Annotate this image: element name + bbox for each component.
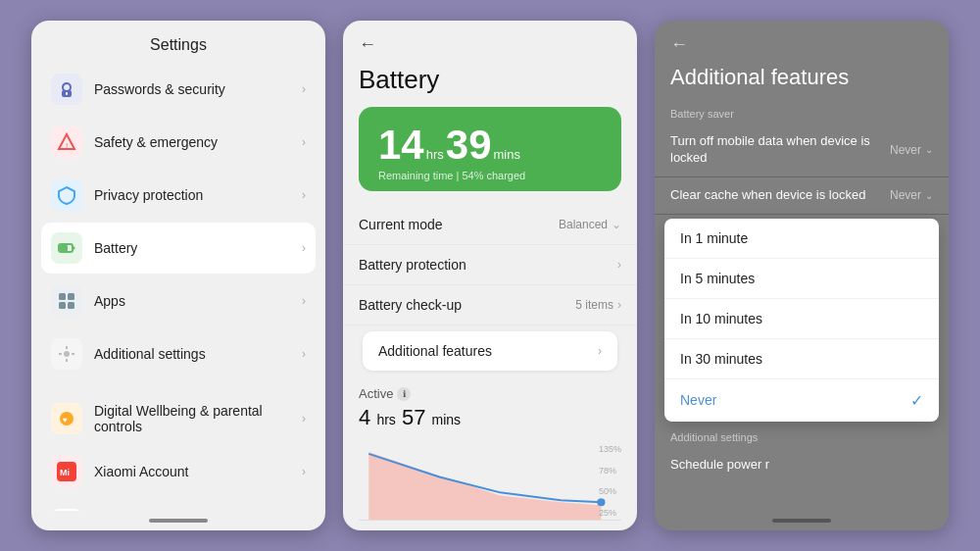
svg-point-0: [63, 83, 71, 91]
battery-panel: ← Battery 14 hrs 39 mins Remaining time …: [343, 21, 637, 530]
dropdown-option-10min[interactable]: In 10 minutes: [664, 299, 939, 339]
active-mins-unit: mins: [432, 412, 462, 427]
battery-chart: 135% 78% 50% 25%: [359, 442, 621, 521]
additional-features-item[interactable]: Additional features ›: [363, 331, 617, 371]
af-mobile-data-label: Turn off mobile data when device is lock…: [670, 133, 890, 167]
battery-current-mode[interactable]: Current mode Balanced ⌄: [343, 205, 637, 245]
active-hrs-unit: hrs: [376, 412, 395, 427]
svg-marker-19: [368, 452, 601, 520]
svg-point-12: [64, 351, 70, 357]
svg-rect-7: [73, 247, 75, 250]
google-icon: G: [51, 509, 82, 511]
xiaomi-icon: Mi: [51, 456, 82, 487]
battery-title: Battery: [343, 61, 637, 107]
af-schedule-power[interactable]: Schedule power r: [655, 447, 949, 481]
battery-checkup-item[interactable]: Battery check-up 5 items ›: [343, 285, 637, 326]
xiaomi-chevron: ›: [302, 465, 306, 478]
bottom-bar: [149, 519, 208, 523]
xiaomi-label: Xiaomi Account: [94, 464, 302, 479]
settings-item-apps[interactable]: Apps ›: [41, 276, 316, 326]
settings-list: Passwords & security › ! Safety & emerge…: [31, 64, 325, 511]
svg-rect-8: [59, 293, 66, 300]
settings-item-passwords[interactable]: Passwords & security ›: [41, 64, 316, 115]
battery-checkup-label: Battery check-up: [359, 297, 575, 313]
svg-rect-11: [68, 302, 74, 309]
settings-panel: Settings Passwords & security › ! Safety…: [31, 21, 325, 530]
af-mobile-data-value: Never: [890, 143, 921, 157]
safety-icon: !: [51, 126, 82, 158]
af-back-button[interactable]: ←: [655, 21, 949, 61]
settings-item-battery[interactable]: Battery ›: [41, 223, 316, 274]
settings-item-xiaomi[interactable]: Mi Xiaomi Account ›: [41, 446, 316, 497]
current-mode-chevron: ⌄: [612, 218, 621, 231]
dropdown-option-5min[interactable]: In 5 minutes: [664, 259, 939, 299]
bottom-bar-3: [772, 519, 831, 523]
af-mobile-data-chevron: ⌄: [925, 144, 933, 155]
battery-checkup-chevron: ›: [617, 298, 621, 312]
digital-chevron: ›: [302, 412, 306, 426]
battery-active-section: Active ℹ 4 hrs 57 mins: [343, 376, 637, 442]
active-info-icon: ℹ: [397, 387, 411, 401]
check-icon: ✓: [910, 391, 923, 410]
battery-checkup-value: 5 items: [575, 298, 613, 312]
battery-remaining-text: Remaining time | 54% charged: [378, 170, 602, 181]
af-mobile-data-item[interactable]: Turn off mobile data when device is lock…: [655, 124, 949, 177]
current-mode-label: Current mode: [359, 217, 559, 232]
additional-features-panel: ← Additional features Battery saver Turn…: [655, 21, 949, 530]
settings-item-google[interactable]: G Google ›: [41, 499, 316, 511]
settings-item-additional[interactable]: Additional settings ›: [41, 328, 316, 379]
battery-time-display: 14 hrs 39 mins: [378, 125, 602, 166]
battery-label: Battery: [94, 240, 302, 256]
battery-hrs-unit: hrs: [426, 147, 444, 162]
battery-icon: [51, 232, 82, 264]
svg-text:Mi: Mi: [60, 468, 70, 477]
af-clear-cache-chevron: ⌄: [925, 190, 933, 201]
battery-chevron: ›: [302, 241, 306, 255]
dropdown-option-never[interactable]: Never ✓: [664, 379, 939, 422]
battery-protection-item[interactable]: Battery protection ›: [343, 245, 637, 285]
battery-protection-label: Battery protection: [359, 257, 617, 273]
af-title: Additional features: [655, 61, 949, 102]
settings-title: Settings: [31, 21, 325, 64]
af-clear-cache-label: Clear cache when device is locked: [670, 187, 890, 204]
svg-text:!: !: [66, 141, 68, 150]
battery-card: 14 hrs 39 mins Remaining time | 54% char…: [359, 107, 621, 191]
passwords-icon: [51, 74, 82, 105]
safety-label: Safety & emergency: [94, 134, 302, 150]
additional-chevron: ›: [302, 347, 306, 361]
chart-labels: 135% 78% 50% 25%: [599, 442, 621, 520]
active-mins: 57: [402, 405, 425, 429]
svg-rect-6: [60, 245, 68, 251]
settings-item-safety[interactable]: ! Safety & emergency ›: [41, 117, 316, 168]
active-hours: 4: [359, 405, 370, 429]
dropdown-option-1min[interactable]: In 1 minute: [664, 219, 939, 259]
additional-features-chevron: ›: [598, 344, 602, 358]
svg-text:♥: ♥: [63, 416, 68, 425]
settings-item-digital[interactable]: ♥ Digital Wellbeing & parental controls …: [41, 393, 316, 444]
passwords-chevron: ›: [302, 82, 306, 96]
digital-icon: ♥: [51, 403, 82, 434]
additional-icon: [51, 338, 82, 370]
dropdown-option-30min[interactable]: In 30 minutes: [664, 339, 939, 379]
battery-back-button[interactable]: ←: [343, 21, 637, 61]
privacy-chevron: ›: [302, 188, 306, 202]
af-schedule-power-label: Schedule power r: [670, 457, 933, 472]
apps-label: Apps: [94, 293, 302, 309]
svg-rect-9: [68, 293, 74, 300]
additional-features-label: Additional features: [378, 343, 598, 359]
battery-hours: 14: [378, 125, 424, 166]
battery-mins-unit: mins: [494, 147, 520, 162]
additional-settings-section-label: Additional settings: [655, 426, 949, 447]
digital-label: Digital Wellbeing & parental controls: [94, 403, 302, 434]
apps-chevron: ›: [302, 294, 306, 308]
privacy-label: Privacy protection: [94, 187, 302, 203]
battery-saver-label: Battery saver: [655, 102, 949, 124]
additional-label: Additional settings: [94, 346, 302, 362]
active-time-display: 4 hrs 57 mins: [359, 401, 621, 438]
current-mode-value: Balanced: [559, 218, 608, 231]
settings-item-privacy[interactable]: Privacy protection ›: [41, 170, 316, 221]
af-clear-cache-item[interactable]: Clear cache when device is locked Never …: [655, 177, 949, 215]
safety-chevron: ›: [302, 135, 306, 149]
af-clear-cache-value: Never: [890, 188, 921, 202]
battery-mins: 39: [446, 125, 492, 166]
